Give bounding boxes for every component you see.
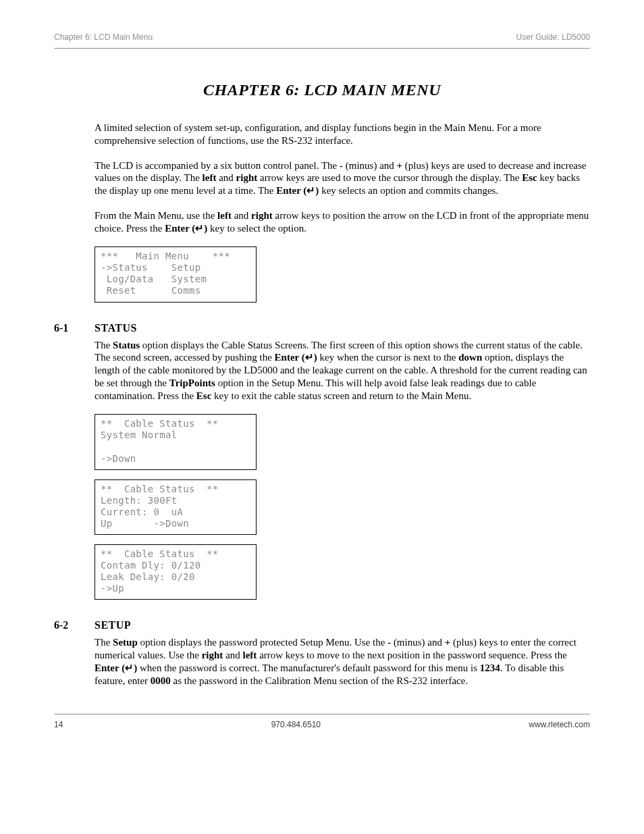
- intro-paragraph-3: From the Main Menu, use the left and rig…: [95, 209, 590, 235]
- header-rule: [54, 48, 590, 49]
- footer-url: www.rletech.com: [529, 720, 590, 730]
- header-chapter: Chapter 6: LCD Main Menu: [54, 32, 153, 43]
- header-guide: User Guide: LD5000: [516, 32, 590, 43]
- lcd-cable-status-3: ** Cable Status ** Contam Dly: 0/120 Lea…: [95, 544, 257, 600]
- section-6-1-heading: 6-1 STATUS: [54, 321, 590, 335]
- section-number: 6-2: [54, 619, 95, 632]
- lcd-cable-status-1: ** Cable Status ** System Normal ->Down: [95, 414, 257, 469]
- lcd-cable-status-2: ** Cable Status ** Length: 300Ft Current…: [95, 479, 257, 535]
- page-footer: 14 970.484.6510 www.rletech.com: [54, 714, 590, 730]
- lcd-main-menu: *** Main Menu *** ->Status Setup Log/Dat…: [95, 246, 257, 302]
- section-title: STATUS: [95, 321, 137, 335]
- chapter-title: CHAPTER 6: LCD MAIN MENU: [54, 80, 590, 100]
- setup-paragraph: The Setup option displays the password p…: [95, 636, 590, 687]
- section-6-2-heading: 6-2 SETUP: [54, 619, 590, 632]
- page-header: Chapter 6: LCD Main Menu User Guide: LD5…: [54, 32, 590, 48]
- section-title: SETUP: [95, 619, 131, 632]
- status-paragraph: The Status option displays the Cable Sta…: [95, 339, 590, 402]
- footer-phone: 970.484.6510: [271, 720, 321, 730]
- intro-paragraph-1: A limited selection of system set-up, co…: [95, 122, 590, 147]
- section-number: 6-1: [54, 321, 95, 335]
- intro-paragraph-2: The LCD is accompanied by a six button c…: [95, 159, 590, 197]
- page-number: 14: [54, 720, 63, 730]
